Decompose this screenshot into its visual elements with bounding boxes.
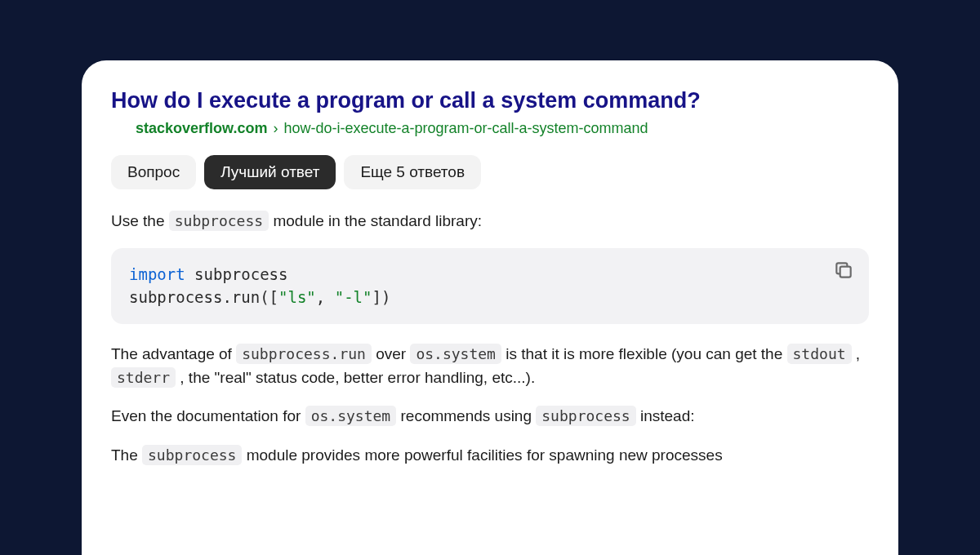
text: Even the documentation for (111, 407, 305, 424)
text: recommends using (400, 407, 536, 424)
code-text: subprocess (185, 265, 288, 283)
breadcrumb-domain: stackoverflow.com (136, 120, 267, 136)
paragraph-documentation: Even the documentation for os.system rec… (111, 404, 869, 428)
keyword: import (129, 265, 185, 283)
text: instead: (640, 407, 695, 424)
code-line-1: import subprocess (129, 263, 851, 286)
inline-code: subprocess.run (236, 344, 372, 364)
inline-code: os.system (305, 406, 397, 426)
text: , the "real" status code, better error h… (180, 369, 535, 386)
paragraph-facilities: The subprocess module provides more powe… (111, 443, 869, 467)
string: "ls" (278, 288, 316, 306)
answer-content: Use the subprocess module in the standar… (111, 209, 869, 467)
tab-more-answers[interactable]: Еще 5 ответов (344, 155, 481, 189)
inline-code-subprocess: subprocess (169, 211, 269, 231)
result-title[interactable]: How do I execute a program or call a sys… (111, 87, 869, 115)
code-text: ]) (372, 288, 390, 306)
inline-code: stdout (787, 344, 852, 364)
string: "-l" (335, 288, 372, 306)
result-card: How do I execute a program or call a sys… (82, 60, 898, 555)
inline-code: stderr (111, 367, 176, 388)
tabs: Вопрос Лучший ответ Еще 5 ответов (111, 155, 869, 189)
inline-code: os.system (410, 344, 501, 364)
inline-code: subprocess (142, 445, 242, 465)
copy-icon[interactable] (833, 260, 854, 281)
breadcrumb[interactable]: stackoverflow.com › how-do-i-execute-a-p… (136, 120, 869, 137)
code-line-2: subprocess.run(["ls", "-l"]) (129, 286, 851, 309)
svg-rect-0 (840, 266, 851, 277)
tab-best-answer[interactable]: Лучший ответ (204, 155, 336, 189)
text: module provides more powerful facilities… (247, 446, 723, 464)
text: Use the (111, 212, 169, 229)
text: is that it is more flexible (you can get… (506, 345, 786, 362)
code-text: , (316, 288, 335, 306)
tab-question[interactable]: Вопрос (111, 155, 196, 189)
breadcrumb-path: how-do-i-execute-a-program-or-call-a-sys… (283, 120, 648, 136)
text: The (111, 446, 142, 464)
text: , (856, 345, 860, 362)
paragraph-advantage: The advantage of subprocess.run over os.… (111, 342, 869, 390)
breadcrumb-separator: › (273, 120, 278, 136)
text: over (376, 345, 410, 362)
code-block: import subprocess subprocess.run(["ls", … (111, 248, 869, 324)
intro-paragraph: Use the subprocess module in the standar… (111, 209, 869, 233)
inline-code: subprocess (536, 406, 635, 426)
text: module in the standard library: (273, 212, 482, 229)
text: The advantage of (111, 345, 236, 362)
code-text: subprocess.run([ (129, 288, 278, 306)
